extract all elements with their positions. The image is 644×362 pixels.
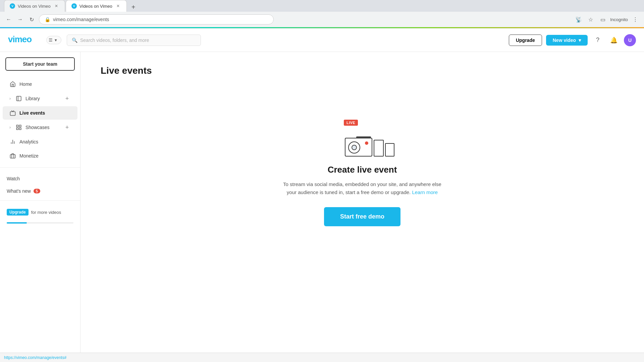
page-load-bar	[0, 27, 644, 28]
svg-rect-7	[16, 128, 18, 130]
svg-rect-6	[19, 128, 21, 130]
new-video-label: New video	[553, 38, 576, 43]
screen-2	[385, 143, 394, 157]
camera-body	[345, 138, 372, 157]
sidebar-analytics-label: Analytics	[19, 139, 38, 144]
tab-1-close[interactable]: ✕	[53, 3, 59, 9]
side-panel-button[interactable]: ▭	[598, 15, 607, 24]
camera-lens-inner	[352, 145, 357, 150]
storage-track	[7, 222, 73, 224]
tab-2-title: Videos on Vimeo	[79, 4, 112, 9]
camera-lens	[348, 141, 360, 154]
sidebar-library-label: Library	[25, 96, 40, 101]
sidebar-item-live-events[interactable]: Live events	[3, 106, 77, 120]
browser-toolbar: ← → ↻ 🔒 vimeo.com/manage/events 📡 ☆ ▭ In…	[0, 12, 644, 27]
sidebar-divider-2	[0, 200, 80, 201]
svg-rect-1	[16, 96, 21, 101]
tab-2-close[interactable]: ✕	[115, 3, 121, 9]
svg-rect-3	[10, 112, 15, 115]
whats-new-item[interactable]: What's new 5	[0, 186, 80, 196]
learn-more-link[interactable]: Learn more	[412, 189, 438, 195]
address-bar[interactable]: 🔒 vimeo.com/manage/events	[39, 14, 274, 24]
create-event-desc: To stream via social media, embedded on …	[278, 180, 446, 196]
tab-bar: V Videos on Vimeo ✕ V Videos on Vimeo ✕ …	[0, 0, 644, 12]
browser-chrome: V Videos on Vimeo ✕ V Videos on Vimeo ✕ …	[0, 0, 644, 28]
sidebar-item-monetize[interactable]: Monetize	[3, 149, 77, 163]
tab-1-title: Videos on Vimeo	[18, 4, 51, 9]
search-icon: 🔍	[72, 38, 77, 43]
page-title: Live events	[101, 65, 624, 76]
browser-actions: 📡 ☆ ▭ Incognito ⋮	[574, 15, 640, 24]
more-button[interactable]: ⋮	[631, 15, 640, 24]
whats-new-badge: 5	[34, 189, 40, 193]
tab-1-favicon: V	[10, 3, 15, 9]
back-button[interactable]: ←	[4, 15, 13, 24]
refresh-button[interactable]: ↻	[27, 15, 36, 24]
svg-text:vimeo: vimeo	[8, 34, 32, 44]
storage-fill	[7, 222, 27, 224]
upgrade-section: Upgrade for more videos	[0, 205, 80, 220]
live-badge-label: LIVE	[344, 120, 358, 126]
showcases-icon	[15, 124, 22, 131]
lock-icon: 🔒	[45, 17, 50, 22]
search-input[interactable]	[80, 38, 196, 43]
sidebar-divider-1	[0, 167, 80, 168]
sidebar-monetize-label: Monetize	[19, 153, 39, 159]
filter-icon: ☰	[49, 38, 53, 43]
sidebar-item-library[interactable]: › Library +	[3, 92, 77, 106]
center-content: LIVE	[101, 96, 624, 246]
new-tab-button[interactable]: +	[129, 2, 138, 12]
new-video-button[interactable]: New video ▾	[546, 35, 588, 46]
start-team-button[interactable]: Start your team	[5, 57, 75, 71]
start-free-demo-button[interactable]: Start free demo	[324, 207, 400, 226]
status-url: https://vimeo.com/manage/events#	[4, 355, 66, 360]
tab-2[interactable]: V Videos on Vimeo ✕	[66, 0, 127, 12]
create-event-title: Create live event	[328, 165, 397, 175]
sidebar-item-analytics[interactable]: Analytics	[3, 135, 77, 148]
sidebar-live-events-label: Live events	[19, 110, 45, 116]
watch-label: Watch	[7, 176, 20, 181]
notifications-button[interactable]: 🔔	[608, 34, 620, 46]
analytics-icon	[9, 138, 16, 145]
svg-rect-4	[16, 125, 18, 127]
monetize-icon	[9, 153, 16, 159]
svg-rect-5	[19, 125, 21, 127]
svg-rect-11	[10, 155, 15, 158]
sidebar-home-label: Home	[19, 81, 32, 87]
library-filter[interactable]: ☰ ▾	[46, 36, 61, 44]
tab-2-favicon: V	[71, 3, 77, 9]
library-chevron: ›	[9, 96, 11, 101]
bookmark-button[interactable]: ☆	[586, 15, 595, 24]
main-content: Live events LIVE	[80, 52, 644, 353]
search-bar[interactable]: 🔍	[67, 35, 201, 46]
new-video-chevron: ▾	[579, 38, 581, 43]
app-container: V Videos on Vimeo ✕ V Videos on Vimeo ✕ …	[0, 0, 644, 362]
sidebar-item-home[interactable]: Home	[3, 77, 77, 91]
home-icon	[9, 81, 16, 87]
library-add-button[interactable]: +	[63, 95, 71, 102]
browser-controls: ← → ↻	[4, 15, 36, 24]
cast-button[interactable]: 📡	[574, 15, 583, 24]
incognito-label: Incognito	[610, 17, 628, 22]
app-header: vimeo ☰ ▾ 🔍 Upgrade New video ▾ ? 🔔 U	[0, 28, 644, 52]
forward-button[interactable]: →	[15, 15, 25, 24]
sidebar-item-showcases[interactable]: › Showcases +	[3, 120, 77, 134]
storage-bar	[7, 222, 73, 224]
avatar[interactable]: U	[624, 34, 636, 46]
vimeo-logo: vimeo	[8, 34, 38, 46]
whats-new-label: What's new	[7, 188, 31, 194]
help-button[interactable]: ?	[592, 34, 604, 46]
header-actions: Upgrade New video ▾ ? 🔔 U	[509, 34, 636, 46]
showcases-chevron: ›	[9, 125, 11, 130]
live-events-icon	[9, 110, 16, 116]
sidebar-showcases-label: Showcases	[25, 125, 50, 130]
camera-record-dot	[365, 141, 368, 145]
upgrade-pill[interactable]: Upgrade	[7, 209, 29, 216]
screen-1	[374, 140, 384, 157]
status-bar: https://vimeo.com/manage/events#	[0, 353, 644, 362]
showcases-add-button[interactable]: +	[63, 124, 71, 131]
tab-1[interactable]: V Videos on Vimeo ✕	[4, 0, 65, 12]
watch-section[interactable]: Watch	[0, 172, 80, 186]
upgrade-text: for more videos	[31, 210, 61, 215]
upgrade-button[interactable]: Upgrade	[509, 35, 542, 46]
